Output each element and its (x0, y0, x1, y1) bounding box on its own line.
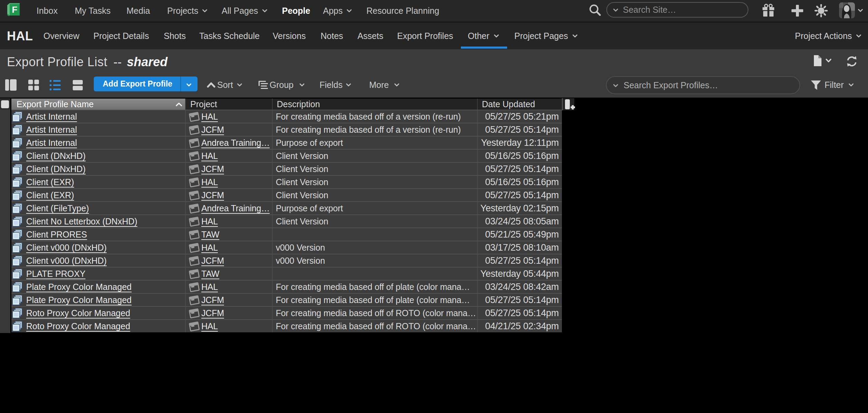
svg-text:F: F (12, 4, 18, 15)
